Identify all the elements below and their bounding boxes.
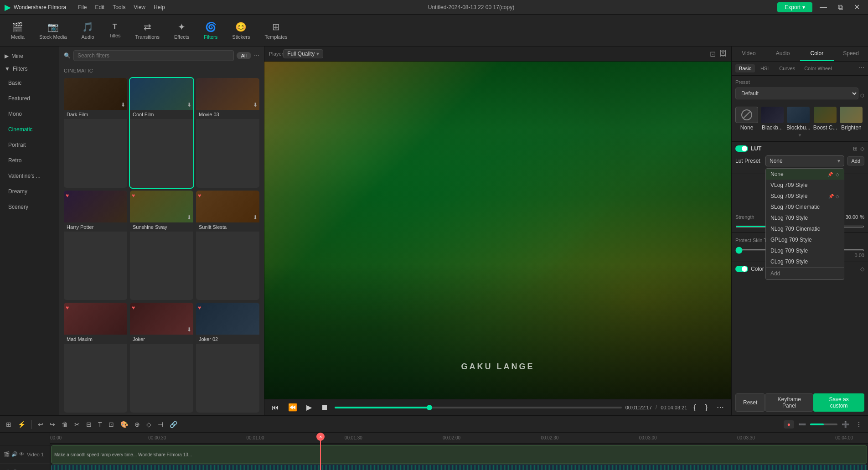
toolbar-media[interactable]: 🎬 Media <box>5 19 31 42</box>
tl-undo-button[interactable]: ↩ <box>36 420 46 429</box>
tl-cut-button[interactable]: ✂ <box>72 420 82 429</box>
in-point-icon[interactable]: { <box>691 403 698 413</box>
tl-link-button[interactable]: 🔗 <box>167 420 180 429</box>
sidebar-item-dreamy[interactable]: Dreamy <box>2 185 57 198</box>
menu-file[interactable]: File <box>78 4 87 10</box>
tl-split-button[interactable]: ⊣ <box>155 420 165 429</box>
sidebar-item-portrait[interactable]: Portrait <box>2 138 57 152</box>
preset-thumb-boost-c[interactable]: Boost C... <box>813 107 837 131</box>
lut-option-gplog[interactable]: GPLog 709 Style <box>766 234 844 245</box>
sidebar-item-valentines[interactable]: Valentine's ... <box>2 169 57 183</box>
add-lut-button[interactable]: Add <box>847 156 864 165</box>
tl-copy-button[interactable]: ⊟ <box>84 420 94 429</box>
sidebar-item-cinematic[interactable]: Cinematic <box>2 123 57 136</box>
keyframe-panel-button[interactable]: Keyframe Panel <box>765 393 813 412</box>
tl-text-button[interactable]: T <box>96 420 104 429</box>
toolbar-stickers[interactable]: 😊 Stickers <box>226 19 256 42</box>
tl-zoom-in-button[interactable]: ➕ <box>839 420 852 429</box>
lut-expand-icon[interactable]: ⊞ <box>853 145 858 152</box>
toolbar-stock-media[interactable]: 📷 Stock Media <box>33 19 73 42</box>
filter-all-tag[interactable]: All <box>237 52 251 59</box>
toolbar-templates[interactable]: ⊞ Templates <box>258 19 294 42</box>
filter-card-sunlit-siesta[interactable]: ♥ ⬇ Sunlit Siesta <box>196 191 259 300</box>
preset-thumb-brighten[interactable]: Brighten <box>840 107 863 131</box>
toolbar-filters[interactable]: 🌀 Filters <box>197 19 224 42</box>
lut-option-nlog[interactable]: NLog 709 Style <box>766 212 844 223</box>
tl-zoom-slider[interactable] <box>810 424 837 425</box>
toolbar-transitions[interactable]: ⇄ Transitions <box>129 19 166 42</box>
preset-dropdown[interactable]: Default <box>735 88 858 99</box>
tab-color[interactable]: Color <box>800 46 834 61</box>
tl-zoom-out-button[interactable]: ➖ <box>796 420 808 429</box>
filter-card-movie-03[interactable]: ⬇ Movie 03 <box>196 78 259 188</box>
filter-more-icon[interactable]: ⋯ <box>254 52 259 59</box>
menu-tools[interactable]: Tools <box>113 4 125 10</box>
play-button[interactable]: ▶ <box>304 402 315 413</box>
search-input[interactable] <box>73 50 234 61</box>
sidebar-item-mine[interactable]: ▶ Mine <box>0 50 59 62</box>
lut-option-none[interactable]: None 📌 ◇ <box>766 169 844 180</box>
filter-card-joker[interactable]: ♥ ⬇ Joker <box>130 303 193 413</box>
filter-card-dark-film[interactable]: ⬇ Dark Film <box>64 78 127 188</box>
fit-screen-icon[interactable]: ⊡ <box>710 50 716 58</box>
sidebar-item-basic[interactable]: Basic <box>2 76 57 90</box>
lut-add-option[interactable]: Add <box>766 267 844 279</box>
more-controls-icon[interactable]: ⋯ <box>714 402 727 413</box>
sidebar-item-scenery[interactable]: Scenery <box>2 200 57 214</box>
tl-magnet-icon[interactable]: ⚡ <box>16 420 28 429</box>
sidebar-item-retro[interactable]: Retro <box>2 154 57 167</box>
filter-card-sunshine-sway[interactable]: ♥ ⬇ Sunshine Sway <box>130 191 193 300</box>
lut-option-slog[interactable]: SLog 709 Style 📌 ◇ <box>766 191 844 201</box>
color-subtab-hsl[interactable]: HSL <box>757 64 774 72</box>
sidebar-item-mono[interactable]: Mono <box>2 107 57 121</box>
minimize-button[interactable]: — <box>816 2 831 12</box>
filter-card-cool-film[interactable]: ⬇ Cool Film <box>130 78 193 188</box>
filter-card-mad-maxim[interactable]: ♥ Mad Maxim <box>64 303 127 413</box>
close-button[interactable]: ✕ <box>850 2 863 12</box>
color-more-icon[interactable]: ⋯ <box>859 64 864 72</box>
screenshot-icon[interactable]: 🖼 <box>719 50 727 58</box>
filter-card-harry-potter[interactable]: ♥ Harry Potter <box>64 191 127 300</box>
menu-help[interactable]: Help <box>154 4 165 10</box>
lut-toggle-switch[interactable] <box>735 145 748 152</box>
color-subtab-curves[interactable]: Curves <box>775 64 799 72</box>
lut-option-slog-cinematic[interactable]: SLog 709 Cinematic <box>766 201 844 212</box>
lut-option-clog[interactable]: CLog 709 Style <box>766 256 844 267</box>
toolbar-titles[interactable]: T Titles <box>103 20 127 41</box>
stop-button[interactable]: ⏹ <box>318 403 331 413</box>
tl-color-button[interactable]: 🎨 <box>118 420 130 429</box>
tab-video[interactable]: Video <box>732 46 766 61</box>
tl-crop-button[interactable]: ⊡ <box>106 420 116 429</box>
lut-diamond-icon[interactable]: ◇ <box>860 145 864 152</box>
tab-speed[interactable]: Speed <box>834 46 868 61</box>
audio-track-clip[interactable] <box>51 465 867 470</box>
tl-keyframe-button[interactable]: ◇ <box>144 420 154 429</box>
tab-audio[interactable]: Audio <box>766 46 800 61</box>
step-back-button[interactable]: ⏪ <box>285 402 300 413</box>
preset-thumb-none[interactable]: None <box>735 107 758 131</box>
tl-delete-button[interactable]: 🗑 <box>59 420 70 429</box>
preset-thumb-blockbu[interactable]: Blockbu... <box>786 107 811 131</box>
menu-view[interactable]: View <box>134 4 145 10</box>
toolbar-effects[interactable]: ✦ Effects <box>168 19 196 42</box>
playhead-head[interactable]: ✕ <box>316 433 325 441</box>
skip-back-button[interactable]: ⏮ <box>269 403 282 413</box>
maximize-button[interactable]: ⧉ <box>834 2 847 12</box>
sidebar-item-featured[interactable]: Featured <box>2 92 57 105</box>
video-icon[interactable]: 🎬 <box>4 451 10 457</box>
video-eye-icon[interactable]: 👁 <box>19 451 24 457</box>
out-point-icon[interactable]: } <box>703 403 710 413</box>
lut-dropdown[interactable]: None ▾ <box>765 155 844 166</box>
lut-option-dlog[interactable]: DLog 709 Style <box>766 245 844 256</box>
save-custom-button[interactable]: Save as custom <box>813 393 864 412</box>
tl-more-button[interactable]: ⋮ <box>853 420 864 429</box>
reset-button[interactable]: Reset <box>735 393 765 412</box>
menu-edit[interactable]: Edit <box>95 4 105 10</box>
tl-grid-icon[interactable]: ⊞ <box>4 420 14 429</box>
video-track-clip[interactable]: Make a smooth speed ramp every time... W… <box>51 445 867 464</box>
progress-bar[interactable] <box>335 407 622 408</box>
lut-option-vlog[interactable]: VLog 709 Style <box>766 180 844 191</box>
lut-option-nlog-cinematic[interactable]: NLog 709 Cinematic <box>766 223 844 234</box>
sidebar-item-filters[interactable]: ▼ Filters <box>0 63 59 75</box>
filter-card-joker-02[interactable]: ♥ Joker 02 <box>196 303 259 413</box>
